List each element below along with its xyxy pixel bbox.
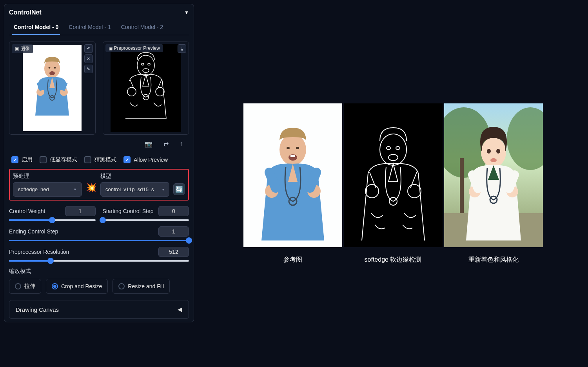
guess-label: 猜测模式 bbox=[94, 156, 116, 163]
preprocessor-label: 预处理 bbox=[13, 173, 82, 180]
guess-checkbox[interactable]: 猜测模式 bbox=[84, 156, 116, 163]
edge-preview bbox=[111, 44, 181, 132]
svg-rect-8 bbox=[111, 44, 181, 132]
download-button[interactable]: ⭳ bbox=[178, 44, 186, 53]
result-image-edge bbox=[344, 103, 443, 247]
model-value: control_v11p_sd15_s bbox=[105, 186, 154, 192]
edge-detection-image bbox=[344, 103, 443, 247]
result-label-styled: 重新着色和风格化 bbox=[444, 247, 543, 264]
svg-point-40 bbox=[496, 149, 500, 154]
preprocessor-column: 预处理 softedge_hed ▼ bbox=[13, 173, 82, 197]
slider-thumb[interactable] bbox=[100, 217, 106, 223]
tab-model-0[interactable]: Control Model - 0 bbox=[12, 20, 60, 35]
refresh-button[interactable]: 🔄 bbox=[173, 183, 185, 195]
scale-crop-radio[interactable]: Crop and Resize bbox=[46, 279, 108, 294]
slider-header: Starting Control Step 0 bbox=[103, 206, 189, 216]
edit-button[interactable]: ✎ bbox=[84, 65, 93, 73]
drawing-canvas-label: Drawing Canvas bbox=[16, 306, 59, 313]
radio-icon bbox=[118, 283, 125, 289]
allow-preview-checkbox[interactable]: Allow Preview bbox=[123, 156, 168, 163]
svg-point-19 bbox=[296, 147, 299, 149]
nurse-photo bbox=[23, 45, 82, 131]
preview-image-card[interactable]: ▣ Preprocessor Preview ⭳ bbox=[103, 42, 189, 135]
svg-rect-36 bbox=[460, 158, 464, 217]
reference-photo bbox=[243, 103, 342, 247]
model-column: 模型 control_v11p_sd15_s ▾ bbox=[100, 173, 169, 197]
resolution-group: Preprocessor Resolution 512 bbox=[9, 247, 189, 262]
explode-icon[interactable]: 💥 bbox=[86, 183, 96, 197]
preprocessor-model-box: 预处理 softedge_hed ▼ 💥 模型 control_v11p_sd1… bbox=[9, 169, 189, 201]
control-weight-label: Control Weight bbox=[9, 208, 45, 214]
result-image-styled bbox=[444, 103, 543, 247]
slider-thumb[interactable] bbox=[49, 217, 55, 223]
result-label-reference: 参考图 bbox=[243, 247, 342, 264]
undo-button[interactable]: ↶ bbox=[84, 44, 93, 53]
scale-fill-radio[interactable]: Resize and Fill bbox=[113, 279, 170, 294]
swap-icon[interactable]: ⇄ bbox=[163, 140, 169, 148]
checkbox-icon bbox=[84, 156, 91, 163]
svg-point-2 bbox=[49, 67, 51, 69]
lowvram-checkbox[interactable]: 低显存模式 bbox=[40, 156, 77, 163]
input-image-card[interactable]: ▣ 图像 ↶ ✕ ✎ bbox=[9, 42, 96, 135]
result-image-reference bbox=[243, 103, 342, 247]
scale-option-label: Crop and Resize bbox=[61, 283, 102, 289]
model-dropdown[interactable]: control_v11p_sd15_s ▾ bbox=[100, 182, 169, 197]
enable-label: 启用 bbox=[22, 156, 33, 163]
input-image bbox=[12, 44, 93, 132]
close-button[interactable]: ✕ bbox=[84, 54, 93, 63]
result-label-edge: softedge 软边缘检测 bbox=[344, 247, 443, 264]
control-weight-slider[interactable] bbox=[9, 219, 96, 221]
action-bar: 📷 ⇄ ↑ bbox=[9, 135, 189, 151]
input-card-buttons: ↶ ✕ ✎ bbox=[84, 44, 93, 73]
start-step-value[interactable]: 0 bbox=[158, 206, 189, 216]
end-step-label: Ending Control Step bbox=[9, 228, 58, 235]
checkbox-icon bbox=[11, 156, 18, 163]
slider-header: Ending Control Step 1 bbox=[9, 226, 189, 237]
enable-checkbox[interactable]: 启用 bbox=[11, 156, 33, 163]
resolution-label: Preprocessor Resolution bbox=[9, 249, 69, 255]
radio-icon bbox=[52, 283, 58, 289]
drawing-canvas-toggle[interactable]: Drawing Canvas ◀ bbox=[9, 300, 189, 319]
slider-thumb[interactable] bbox=[47, 258, 54, 264]
svg-point-4 bbox=[49, 71, 55, 75]
image-icon: ▣ bbox=[15, 46, 19, 51]
svg-rect-21 bbox=[290, 155, 295, 157]
upload-icon[interactable]: ↑ bbox=[180, 140, 183, 148]
start-step-label: Starting Control Step bbox=[103, 208, 154, 214]
radio-icon bbox=[15, 283, 21, 289]
slider-row-1: Control Weight 1 Starting Control Step 0 bbox=[9, 206, 189, 221]
image-icon: ▣ bbox=[109, 46, 113, 51]
end-step-value[interactable]: 1 bbox=[158, 226, 189, 237]
scale-stretch-radio[interactable]: 拉伸 bbox=[9, 279, 41, 294]
slider-header: Preprocessor Resolution 512 bbox=[9, 247, 189, 257]
scale-mode-label: 缩放模式 bbox=[9, 268, 189, 275]
checkbox-row: 启用 低显存模式 猜测模式 Allow Preview bbox=[9, 151, 189, 169]
slider-thumb[interactable] bbox=[186, 237, 192, 244]
stylized-image bbox=[444, 103, 543, 247]
preview-image bbox=[105, 44, 187, 132]
image-row: ▣ 图像 ↶ ✕ ✎ bbox=[9, 42, 189, 135]
input-image-header: ▣ 图像 bbox=[12, 44, 33, 53]
panel-header[interactable]: ControlNet ▼ bbox=[9, 7, 189, 20]
resolution-value[interactable]: 512 bbox=[158, 247, 189, 257]
right-panel: 参考图 bbox=[198, 0, 588, 367]
svg-point-41 bbox=[490, 158, 497, 162]
control-weight-value[interactable]: 1 bbox=[65, 206, 96, 216]
allow-preview-label: Allow Preview bbox=[134, 157, 168, 163]
resolution-slider[interactable] bbox=[9, 260, 189, 262]
start-step-slider[interactable] bbox=[103, 219, 189, 221]
preview-label: Preprocessor Preview bbox=[114, 45, 160, 51]
svg-point-3 bbox=[54, 67, 56, 69]
control-weight-group: Control Weight 1 bbox=[9, 206, 96, 221]
preprocessor-dropdown[interactable]: softedge_hed ▼ bbox=[13, 182, 82, 197]
camera-icon[interactable]: 📷 bbox=[145, 140, 152, 148]
slider-header: Control Weight 1 bbox=[9, 206, 96, 216]
tab-model-1[interactable]: Control Model - 1 bbox=[67, 20, 112, 35]
end-step-slider[interactable] bbox=[9, 240, 189, 241]
svg-point-38 bbox=[481, 137, 506, 167]
chevron-down-icon: ▾ bbox=[162, 188, 164, 192]
lowvram-label: 低显存模式 bbox=[50, 156, 77, 163]
svg-point-18 bbox=[287, 147, 290, 149]
tab-model-2[interactable]: Control Model - 2 bbox=[120, 20, 165, 35]
collapse-icon[interactable]: ▼ bbox=[184, 10, 189, 15]
